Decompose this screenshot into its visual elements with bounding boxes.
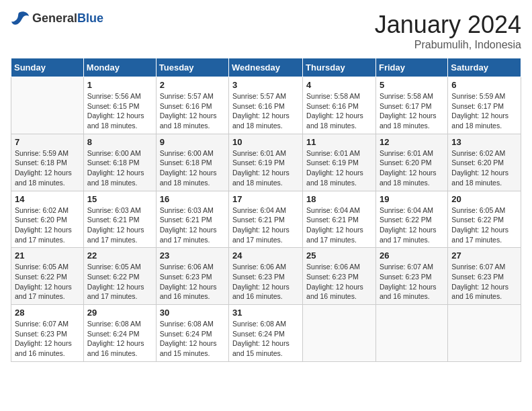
day-number: 22 bbox=[87, 250, 152, 261]
day-number: 5 bbox=[380, 80, 444, 90]
calendar-week-row: 7Sunrise: 5:59 AM Sunset: 6:18 PM Daylig… bbox=[11, 134, 521, 191]
day-number: 9 bbox=[160, 137, 225, 147]
day-number: 1 bbox=[87, 80, 152, 90]
calendar-cell: 29Sunrise: 6:08 AM Sunset: 6:24 PM Dayli… bbox=[83, 305, 156, 362]
calendar-cell: 28Sunrise: 6:07 AM Sunset: 6:23 PM Dayli… bbox=[11, 305, 84, 362]
calendar-cell: 10Sunrise: 6:01 AM Sunset: 6:19 PM Dayli… bbox=[229, 134, 303, 191]
calendar-cell: 1Sunrise: 5:56 AM Sunset: 6:15 PM Daylig… bbox=[83, 77, 156, 134]
title-area: January 2024 Prabumulih, Indonesia bbox=[375, 11, 521, 51]
calendar-cell: 30Sunrise: 6:08 AM Sunset: 6:24 PM Dayli… bbox=[156, 305, 228, 362]
cell-content: Sunrise: 5:56 AM Sunset: 6:15 PM Dayligh… bbox=[87, 91, 152, 131]
calendar-cell: 5Sunrise: 5:58 AM Sunset: 6:17 PM Daylig… bbox=[375, 77, 447, 134]
cell-content: Sunrise: 6:02 AM Sunset: 6:20 PM Dayligh… bbox=[451, 148, 517, 188]
cell-content: Sunrise: 6:04 AM Sunset: 6:22 PM Dayligh… bbox=[380, 205, 444, 245]
weekday-header-wednesday: Wednesday bbox=[229, 58, 303, 77]
weekday-header-thursday: Thursday bbox=[303, 58, 376, 77]
calendar-cell: 18Sunrise: 6:04 AM Sunset: 6:21 PM Dayli… bbox=[303, 191, 376, 248]
day-number: 28 bbox=[15, 308, 80, 318]
calendar-cell bbox=[448, 305, 521, 362]
calendar-cell bbox=[303, 305, 376, 362]
page-header: GeneralBlue January 2024 Prabumulih, Ind… bbox=[11, 11, 521, 51]
calendar-cell: 6Sunrise: 5:59 AM Sunset: 6:17 PM Daylig… bbox=[448, 77, 521, 134]
cell-content: Sunrise: 6:08 AM Sunset: 6:24 PM Dayligh… bbox=[87, 319, 152, 359]
day-number: 10 bbox=[232, 137, 299, 147]
cell-content: Sunrise: 6:01 AM Sunset: 6:20 PM Dayligh… bbox=[380, 148, 444, 188]
cell-content: Sunrise: 6:03 AM Sunset: 6:21 PM Dayligh… bbox=[87, 205, 152, 245]
cell-content: Sunrise: 6:02 AM Sunset: 6:20 PM Dayligh… bbox=[15, 205, 80, 245]
cell-content: Sunrise: 6:07 AM Sunset: 6:23 PM Dayligh… bbox=[451, 262, 517, 302]
weekday-header-monday: Monday bbox=[83, 58, 156, 77]
calendar-cell: 9Sunrise: 6:00 AM Sunset: 6:18 PM Daylig… bbox=[156, 134, 228, 191]
cell-content: Sunrise: 5:58 AM Sunset: 6:16 PM Dayligh… bbox=[306, 91, 372, 131]
day-number: 24 bbox=[232, 250, 299, 261]
cell-content: Sunrise: 6:07 AM Sunset: 6:23 PM Dayligh… bbox=[15, 319, 80, 359]
logo-general-text: General bbox=[32, 11, 77, 25]
cell-content: Sunrise: 5:59 AM Sunset: 6:18 PM Dayligh… bbox=[15, 148, 80, 188]
calendar-cell bbox=[11, 77, 84, 134]
cell-content: Sunrise: 6:08 AM Sunset: 6:24 PM Dayligh… bbox=[232, 319, 299, 359]
day-number: 7 bbox=[15, 137, 80, 147]
cell-content: Sunrise: 6:08 AM Sunset: 6:24 PM Dayligh… bbox=[160, 319, 225, 359]
location-title: Prabumulih, Indonesia bbox=[375, 39, 521, 51]
day-number: 14 bbox=[15, 194, 80, 204]
day-number: 13 bbox=[451, 137, 517, 147]
cell-content: Sunrise: 6:06 AM Sunset: 6:23 PM Dayligh… bbox=[306, 262, 372, 302]
calendar-week-row: 1Sunrise: 5:56 AM Sunset: 6:15 PM Daylig… bbox=[11, 77, 521, 134]
day-number: 15 bbox=[87, 194, 152, 204]
cell-content: Sunrise: 6:06 AM Sunset: 6:23 PM Dayligh… bbox=[232, 262, 299, 302]
calendar-cell: 21Sunrise: 6:05 AM Sunset: 6:22 PM Dayli… bbox=[11, 248, 84, 305]
day-number: 11 bbox=[306, 137, 372, 147]
calendar-cell: 23Sunrise: 6:06 AM Sunset: 6:23 PM Dayli… bbox=[156, 248, 228, 305]
weekday-header-sunday: Sunday bbox=[11, 58, 84, 77]
calendar-cell: 14Sunrise: 6:02 AM Sunset: 6:20 PM Dayli… bbox=[11, 191, 84, 248]
cell-content: Sunrise: 6:06 AM Sunset: 6:23 PM Dayligh… bbox=[160, 262, 225, 302]
cell-content: Sunrise: 5:58 AM Sunset: 6:17 PM Dayligh… bbox=[380, 91, 444, 131]
day-number: 6 bbox=[451, 80, 517, 90]
calendar-cell: 11Sunrise: 6:01 AM Sunset: 6:19 PM Dayli… bbox=[303, 134, 376, 191]
day-number: 23 bbox=[160, 250, 225, 261]
calendar-table: SundayMondayTuesdayWednesdayThursdayFrid… bbox=[11, 58, 521, 362]
cell-content: Sunrise: 6:03 AM Sunset: 6:21 PM Dayligh… bbox=[160, 205, 225, 245]
logo-blue-text: Blue bbox=[77, 11, 103, 25]
weekday-header-saturday: Saturday bbox=[448, 58, 521, 77]
calendar-cell: 24Sunrise: 6:06 AM Sunset: 6:23 PM Dayli… bbox=[229, 248, 303, 305]
cell-content: Sunrise: 6:05 AM Sunset: 6:22 PM Dayligh… bbox=[451, 205, 517, 245]
calendar-body: 1Sunrise: 5:56 AM Sunset: 6:15 PM Daylig… bbox=[11, 77, 521, 362]
day-number: 16 bbox=[160, 194, 225, 204]
calendar-cell: 3Sunrise: 5:57 AM Sunset: 6:16 PM Daylig… bbox=[229, 77, 303, 134]
calendar-cell: 27Sunrise: 6:07 AM Sunset: 6:23 PM Dayli… bbox=[448, 248, 521, 305]
day-number: 18 bbox=[306, 194, 372, 204]
calendar-cell bbox=[375, 305, 447, 362]
calendar-cell: 20Sunrise: 6:05 AM Sunset: 6:22 PM Dayli… bbox=[448, 191, 521, 248]
calendar-cell: 8Sunrise: 6:00 AM Sunset: 6:18 PM Daylig… bbox=[83, 134, 156, 191]
cell-content: Sunrise: 6:01 AM Sunset: 6:19 PM Dayligh… bbox=[306, 148, 372, 188]
calendar-cell: 22Sunrise: 6:05 AM Sunset: 6:22 PM Dayli… bbox=[83, 248, 156, 305]
calendar-cell: 17Sunrise: 6:04 AM Sunset: 6:21 PM Dayli… bbox=[229, 191, 303, 248]
calendar-cell: 25Sunrise: 6:06 AM Sunset: 6:23 PM Dayli… bbox=[303, 248, 376, 305]
day-number: 2 bbox=[160, 80, 225, 90]
day-number: 26 bbox=[380, 250, 444, 261]
cell-content: Sunrise: 6:05 AM Sunset: 6:22 PM Dayligh… bbox=[87, 262, 152, 302]
weekday-header-tuesday: Tuesday bbox=[156, 58, 228, 77]
cell-content: Sunrise: 5:57 AM Sunset: 6:16 PM Dayligh… bbox=[160, 91, 225, 131]
cell-content: Sunrise: 5:57 AM Sunset: 6:16 PM Dayligh… bbox=[232, 91, 299, 131]
calendar-cell: 2Sunrise: 5:57 AM Sunset: 6:16 PM Daylig… bbox=[156, 77, 228, 134]
calendar-header-row: SundayMondayTuesdayWednesdayThursdayFrid… bbox=[11, 58, 521, 77]
day-number: 20 bbox=[451, 194, 517, 204]
calendar-cell: 13Sunrise: 6:02 AM Sunset: 6:20 PM Dayli… bbox=[448, 134, 521, 191]
cell-content: Sunrise: 6:00 AM Sunset: 6:18 PM Dayligh… bbox=[160, 148, 225, 188]
logo: GeneralBlue bbox=[11, 11, 103, 26]
calendar-cell: 26Sunrise: 6:07 AM Sunset: 6:23 PM Dayli… bbox=[375, 248, 447, 305]
day-number: 30 bbox=[160, 308, 225, 318]
cell-content: Sunrise: 6:07 AM Sunset: 6:23 PM Dayligh… bbox=[380, 262, 444, 302]
calendar-cell: 31Sunrise: 6:08 AM Sunset: 6:24 PM Dayli… bbox=[229, 305, 303, 362]
calendar-cell: 12Sunrise: 6:01 AM Sunset: 6:20 PM Dayli… bbox=[375, 134, 447, 191]
day-number: 21 bbox=[15, 250, 80, 261]
cell-content: Sunrise: 6:01 AM Sunset: 6:19 PM Dayligh… bbox=[232, 148, 299, 188]
cell-content: Sunrise: 5:59 AM Sunset: 6:17 PM Dayligh… bbox=[451, 91, 517, 131]
calendar-cell: 4Sunrise: 5:58 AM Sunset: 6:16 PM Daylig… bbox=[303, 77, 376, 134]
day-number: 12 bbox=[380, 137, 444, 147]
cell-content: Sunrise: 6:04 AM Sunset: 6:21 PM Dayligh… bbox=[306, 205, 372, 245]
calendar-week-row: 14Sunrise: 6:02 AM Sunset: 6:20 PM Dayli… bbox=[11, 191, 521, 248]
month-title: January 2024 bbox=[375, 11, 521, 39]
